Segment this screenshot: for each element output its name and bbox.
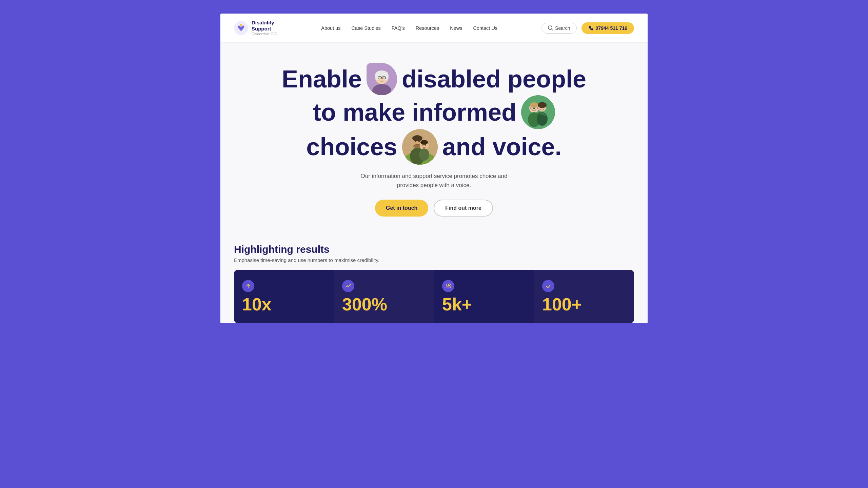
stat-number-1: 10x xyxy=(242,296,326,313)
stat-icon-circle-3 xyxy=(442,280,454,292)
logo-text: Disability Support Calderdale CIC xyxy=(252,20,277,36)
phone-button[interactable]: 07944 511 716 xyxy=(581,22,634,34)
svg-point-32 xyxy=(415,141,416,142)
find-out-more-button[interactable]: Find out more xyxy=(434,200,493,217)
nav-item-contact[interactable]: Contact Us xyxy=(473,25,497,31)
stat-number-2: 300% xyxy=(342,296,426,313)
nav-item-news[interactable]: News xyxy=(450,25,462,31)
headline-and-voice: and voice. xyxy=(442,134,562,160)
results-subtitle: Emphasise time-saving and use numbers to… xyxy=(234,257,634,263)
page-wrapper: Disability Support Calderdale CIC About … xyxy=(0,0,868,488)
stat-number-3: 5k+ xyxy=(442,296,526,313)
elderly-photo xyxy=(367,63,397,95)
stats-grid: 10x 300% xyxy=(234,270,634,323)
hero-headline: Enable xyxy=(281,63,587,165)
svg-line-3 xyxy=(552,29,553,30)
stat-card-1: 10x xyxy=(234,270,334,323)
svg-point-21 xyxy=(538,102,547,108)
headline-line-3: choices xyxy=(281,129,587,165)
two-people-photo xyxy=(521,95,555,129)
dad-child-photo xyxy=(402,129,438,165)
logo: Disability Support Calderdale CIC xyxy=(234,20,277,36)
headline-disabled-people: disabled people xyxy=(402,66,586,93)
nav-item-faq[interactable]: FAQ's xyxy=(392,25,405,31)
phone-label: 07944 511 716 xyxy=(596,25,627,31)
people-icon xyxy=(445,283,451,289)
trending-icon xyxy=(345,283,351,289)
svg-point-31 xyxy=(419,148,429,161)
headline-to-make-informed: to make informed xyxy=(313,99,516,126)
arrow-up-icon xyxy=(245,283,251,289)
search-button[interactable]: Search xyxy=(541,23,576,34)
nav-item-resources[interactable]: Resources xyxy=(416,25,439,31)
headline-enable: Enable xyxy=(282,66,362,93)
stat-icon-circle-1 xyxy=(242,280,254,292)
stat-number-4: 100+ xyxy=(542,296,626,313)
svg-point-18 xyxy=(530,102,538,108)
svg-point-30 xyxy=(420,140,428,145)
stat-icon-row-4 xyxy=(542,280,626,292)
headline-line-2: to make informed xyxy=(281,95,587,129)
results-title: Highlighting results xyxy=(234,244,634,255)
stat-icon-circle-4 xyxy=(542,280,554,292)
main-card: Disability Support Calderdale CIC About … xyxy=(220,14,648,323)
check-icon xyxy=(545,283,551,289)
brand-name-line2: Support xyxy=(252,26,271,32)
two-people-svg xyxy=(521,95,555,129)
stat-card-2: 300% xyxy=(334,270,434,323)
hero-subtitle: Our information and support service prom… xyxy=(349,171,519,190)
headline-choices: choices xyxy=(306,134,397,160)
stat-icon-row-2 xyxy=(342,280,426,292)
stat-card-3: 5k+ xyxy=(434,270,534,323)
svg-point-37 xyxy=(449,284,451,285)
get-in-touch-button[interactable]: Get in touch xyxy=(375,200,428,217)
stat-icon-row-3 xyxy=(442,280,526,292)
nav-item-about[interactable]: About us xyxy=(321,25,340,31)
phone-icon xyxy=(588,25,593,30)
hero-section: Enable xyxy=(220,43,648,233)
svg-point-1 xyxy=(240,24,242,26)
nav-actions: Search 07944 511 716 xyxy=(541,22,634,34)
search-label: Search xyxy=(555,25,570,31)
nav-links: About us Case Studies FAQ's Resources Ne… xyxy=(321,25,497,31)
search-icon xyxy=(548,25,553,30)
svg-point-33 xyxy=(418,141,420,142)
dad-child-svg xyxy=(402,129,438,165)
logo-icon xyxy=(234,21,248,35)
stat-icon-circle-2 xyxy=(342,280,354,292)
brand-name-line1: Disability xyxy=(252,20,274,25)
svg-point-26 xyxy=(412,135,422,141)
svg-point-35 xyxy=(425,144,426,146)
elderly-svg xyxy=(367,63,397,95)
brand-subtitle: Calderdale CIC xyxy=(252,32,277,36)
stat-icon-row-1 xyxy=(242,280,326,292)
results-section: Highlighting results Emphasise time-savi… xyxy=(220,233,648,323)
svg-point-34 xyxy=(422,144,423,146)
navbar: Disability Support Calderdale CIC About … xyxy=(220,14,648,43)
hero-buttons: Get in touch Find out more xyxy=(234,200,634,217)
nav-item-case-studies[interactable]: Case Studies xyxy=(352,25,381,31)
stat-card-4: 100+ xyxy=(534,270,634,323)
headline-line-1: Enable xyxy=(281,63,587,95)
svg-point-36 xyxy=(447,284,449,286)
